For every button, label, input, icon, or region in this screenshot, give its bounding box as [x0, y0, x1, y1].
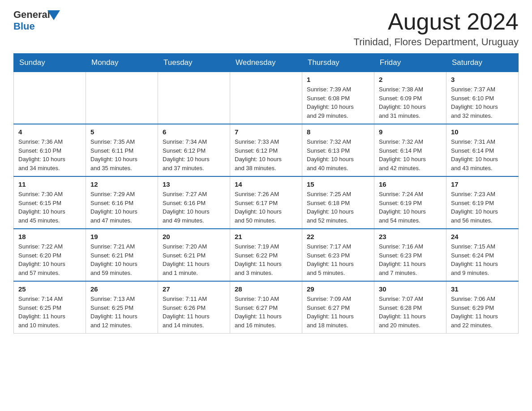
- day-number: 3: [451, 76, 514, 83]
- day-info: Sunrise: 7:23 AM Sunset: 6:19 PM Dayligh…: [451, 190, 514, 225]
- day-info: Sunrise: 7:33 AM Sunset: 6:12 PM Dayligh…: [235, 137, 297, 172]
- day-info: Sunrise: 7:24 AM Sunset: 6:19 PM Dayligh…: [379, 190, 442, 225]
- calendar-cell: 29Sunrise: 7:09 AM Sunset: 6:27 PM Dayli…: [302, 281, 374, 334]
- calendar-cell: 12Sunrise: 7:29 AM Sunset: 6:16 PM Dayli…: [86, 176, 158, 229]
- day-number: 5: [90, 128, 153, 136]
- calendar-cell: 15Sunrise: 7:25 AM Sunset: 6:18 PM Dayli…: [302, 176, 374, 229]
- day-number: 16: [379, 180, 442, 188]
- calendar-cell: 24Sunrise: 7:15 AM Sunset: 6:24 PM Dayli…: [446, 229, 519, 281]
- day-number: 17: [451, 180, 514, 188]
- calendar-cell: 14Sunrise: 7:26 AM Sunset: 6:17 PM Dayli…: [230, 176, 302, 229]
- day-number: 14: [235, 180, 297, 188]
- calendar-cell: 1Sunrise: 7:39 AM Sunset: 6:08 PM Daylig…: [302, 72, 374, 124]
- calendar-cell: [230, 72, 302, 124]
- calendar-cell: 23Sunrise: 7:16 AM Sunset: 6:23 PM Dayli…: [374, 229, 446, 281]
- calendar-week-row: 25Sunrise: 7:14 AM Sunset: 6:25 PM Dayli…: [14, 281, 519, 334]
- logo: General Blue: [13, 9, 60, 32]
- day-info: Sunrise: 7:39 AM Sunset: 6:08 PM Dayligh…: [307, 85, 369, 120]
- logo-text-blue: Blue: [13, 21, 35, 32]
- calendar-cell: 31Sunrise: 7:06 AM Sunset: 6:29 PM Dayli…: [446, 281, 519, 334]
- page-header: General Blue August 2024 Trinidad, Flore…: [13, 9, 519, 48]
- day-number: 7: [235, 128, 297, 136]
- calendar-cell: 16Sunrise: 7:24 AM Sunset: 6:19 PM Dayli…: [374, 176, 446, 229]
- calendar-cell: 17Sunrise: 7:23 AM Sunset: 6:19 PM Dayli…: [446, 176, 519, 229]
- calendar-cell: 18Sunrise: 7:22 AM Sunset: 6:20 PM Dayli…: [14, 229, 86, 281]
- day-info: Sunrise: 7:29 AM Sunset: 6:16 PM Dayligh…: [90, 190, 153, 225]
- calendar-cell: 21Sunrise: 7:19 AM Sunset: 6:22 PM Dayli…: [230, 229, 302, 281]
- day-info: Sunrise: 7:34 AM Sunset: 6:12 PM Dayligh…: [163, 137, 225, 172]
- day-number: 1: [307, 76, 369, 83]
- day-number: 18: [18, 233, 81, 240]
- calendar-week-row: 11Sunrise: 7:30 AM Sunset: 6:15 PM Dayli…: [14, 176, 519, 229]
- day-number: 22: [307, 233, 369, 240]
- day-number: 28: [235, 285, 297, 293]
- day-number: 2: [379, 76, 442, 83]
- day-info: Sunrise: 7:30 AM Sunset: 6:15 PM Dayligh…: [18, 190, 81, 225]
- day-info: Sunrise: 7:09 AM Sunset: 6:27 PM Dayligh…: [307, 295, 369, 330]
- day-info: Sunrise: 7:36 AM Sunset: 6:10 PM Dayligh…: [18, 137, 81, 172]
- calendar-cell: 4Sunrise: 7:36 AM Sunset: 6:10 PM Daylig…: [14, 124, 86, 176]
- day-number: 26: [90, 285, 153, 293]
- calendar-cell: 10Sunrise: 7:31 AM Sunset: 6:14 PM Dayli…: [446, 124, 519, 176]
- calendar-cell: 13Sunrise: 7:27 AM Sunset: 6:16 PM Dayli…: [158, 176, 230, 229]
- day-info: Sunrise: 7:11 AM Sunset: 6:26 PM Dayligh…: [163, 295, 225, 330]
- calendar-cell: 7Sunrise: 7:33 AM Sunset: 6:12 PM Daylig…: [230, 124, 302, 176]
- day-info: Sunrise: 7:07 AM Sunset: 6:28 PM Dayligh…: [379, 295, 442, 330]
- day-info: Sunrise: 7:31 AM Sunset: 6:14 PM Dayligh…: [451, 137, 514, 172]
- weekday-header-friday: Friday: [374, 54, 446, 72]
- day-info: Sunrise: 7:26 AM Sunset: 6:17 PM Dayligh…: [235, 190, 297, 225]
- day-info: Sunrise: 7:35 AM Sunset: 6:11 PM Dayligh…: [90, 137, 153, 172]
- calendar-week-row: 4Sunrise: 7:36 AM Sunset: 6:10 PM Daylig…: [14, 124, 519, 176]
- day-info: Sunrise: 7:15 AM Sunset: 6:24 PM Dayligh…: [451, 242, 514, 277]
- calendar-cell: 28Sunrise: 7:10 AM Sunset: 6:27 PM Dayli…: [230, 281, 302, 334]
- day-number: 31: [451, 285, 514, 293]
- calendar-cell: [158, 72, 230, 124]
- calendar-cell: 20Sunrise: 7:20 AM Sunset: 6:21 PM Dayli…: [158, 229, 230, 281]
- day-info: Sunrise: 7:38 AM Sunset: 6:09 PM Dayligh…: [379, 85, 442, 120]
- day-info: Sunrise: 7:27 AM Sunset: 6:16 PM Dayligh…: [163, 190, 225, 225]
- day-number: 29: [307, 285, 369, 293]
- calendar-cell: 5Sunrise: 7:35 AM Sunset: 6:11 PM Daylig…: [86, 124, 158, 176]
- day-number: 8: [307, 128, 369, 136]
- day-info: Sunrise: 7:16 AM Sunset: 6:23 PM Dayligh…: [379, 242, 442, 277]
- weekday-header-saturday: Saturday: [446, 54, 519, 72]
- day-info: Sunrise: 7:14 AM Sunset: 6:25 PM Dayligh…: [18, 295, 81, 330]
- calendar-cell: 19Sunrise: 7:21 AM Sunset: 6:21 PM Dayli…: [86, 229, 158, 281]
- day-info: Sunrise: 7:06 AM Sunset: 6:29 PM Dayligh…: [451, 295, 514, 330]
- calendar-cell: [86, 72, 158, 124]
- calendar-cell: 22Sunrise: 7:17 AM Sunset: 6:23 PM Dayli…: [302, 229, 374, 281]
- calendar-table: SundayMondayTuesdayWednesdayThursdayFrid…: [13, 53, 519, 334]
- weekday-header-wednesday: Wednesday: [230, 54, 302, 72]
- day-number: 10: [451, 128, 514, 136]
- day-info: Sunrise: 7:17 AM Sunset: 6:23 PM Dayligh…: [307, 242, 369, 277]
- calendar-cell: 3Sunrise: 7:37 AM Sunset: 6:10 PM Daylig…: [446, 72, 519, 124]
- day-info: Sunrise: 7:32 AM Sunset: 6:14 PM Dayligh…: [379, 137, 442, 172]
- day-number: 21: [235, 233, 297, 240]
- calendar-week-row: 18Sunrise: 7:22 AM Sunset: 6:20 PM Dayli…: [14, 229, 519, 281]
- day-number: 23: [379, 233, 442, 240]
- day-number: 20: [163, 233, 225, 240]
- day-number: 4: [18, 128, 81, 136]
- weekday-header-tuesday: Tuesday: [158, 54, 230, 72]
- day-number: 11: [18, 180, 81, 188]
- day-number: 9: [379, 128, 442, 136]
- month-year-title: August 2024: [354, 9, 519, 34]
- day-number: 15: [307, 180, 369, 188]
- calendar-cell: 11Sunrise: 7:30 AM Sunset: 6:15 PM Dayli…: [14, 176, 86, 229]
- calendar-cell: 9Sunrise: 7:32 AM Sunset: 6:14 PM Daylig…: [374, 124, 446, 176]
- day-info: Sunrise: 7:21 AM Sunset: 6:21 PM Dayligh…: [90, 242, 153, 277]
- title-block: August 2024 Trinidad, Flores Department,…: [354, 9, 519, 48]
- day-info: Sunrise: 7:10 AM Sunset: 6:27 PM Dayligh…: [235, 295, 297, 330]
- calendar-cell: 26Sunrise: 7:13 AM Sunset: 6:25 PM Dayli…: [86, 281, 158, 334]
- day-info: Sunrise: 7:20 AM Sunset: 6:21 PM Dayligh…: [163, 242, 225, 277]
- weekday-header-thursday: Thursday: [302, 54, 374, 72]
- logo-triangle-icon: [47, 10, 60, 20]
- calendar-header-row: SundayMondayTuesdayWednesdayThursdayFrid…: [14, 54, 519, 72]
- day-info: Sunrise: 7:37 AM Sunset: 6:10 PM Dayligh…: [451, 85, 514, 120]
- calendar-cell: 2Sunrise: 7:38 AM Sunset: 6:09 PM Daylig…: [374, 72, 446, 124]
- calendar-cell: 6Sunrise: 7:34 AM Sunset: 6:12 PM Daylig…: [158, 124, 230, 176]
- day-number: 27: [163, 285, 225, 293]
- day-number: 13: [163, 180, 225, 188]
- day-number: 6: [163, 128, 225, 136]
- day-info: Sunrise: 7:22 AM Sunset: 6:20 PM Dayligh…: [18, 242, 81, 277]
